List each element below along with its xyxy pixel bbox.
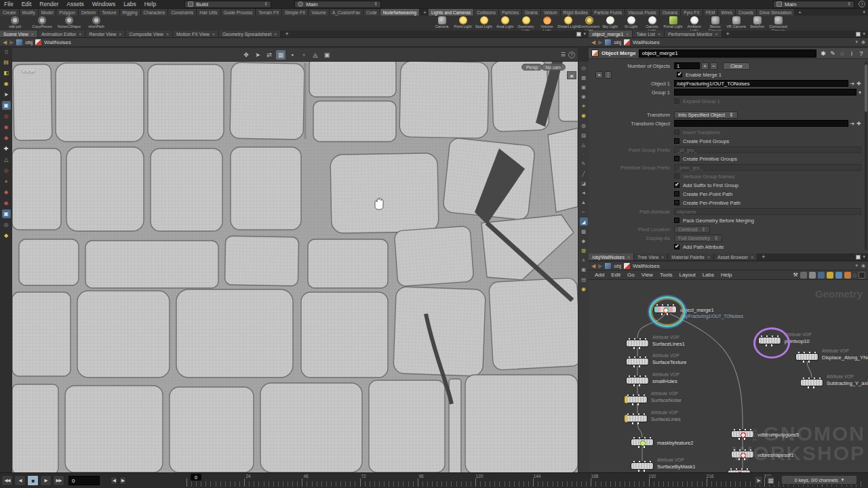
left-toolbar-icon[interactable]: ◆ — [2, 134, 11, 142]
left-toolbar-icon[interactable]: △ — [2, 155, 11, 164]
left-toolbar-icon[interactable]: ◧ — [2, 68, 11, 77]
multiparm-menu-button[interactable]: ⋮ — [604, 71, 612, 79]
close-icon[interactable]: × — [715, 32, 717, 37]
shelf-tab[interactable]: Particle Fluids — [591, 9, 625, 16]
viewport-tool-icon[interactable]: ⇄ — [264, 50, 274, 60]
close-icon[interactable]: × — [166, 32, 169, 37]
add-pane-tab[interactable]: + — [757, 253, 769, 260]
palette-icon[interactable] — [809, 272, 816, 279]
left-toolbar-icon[interactable]: ▣ — [2, 209, 11, 218]
network-node[interactable]: maskbyfeature2 — [631, 439, 654, 446]
pane-tab[interactable]: Animation Editor × — [38, 30, 85, 37]
viewport-option-icon[interactable]: ▩ — [580, 227, 588, 235]
wrench-icon[interactable]: ⚒ — [793, 272, 797, 278]
network-node[interactable]: Attribute VOP SurfaceLines1 — [626, 340, 649, 347]
shelf-tab[interactable]: Characters — [141, 9, 169, 16]
node-outputs[interactable] — [632, 422, 642, 424]
current-frame-field[interactable]: 0 — [68, 476, 100, 485]
help-icon[interactable]: ? — [859, 1, 865, 7]
node-inputs[interactable] — [629, 338, 647, 340]
viewport-option-icon[interactable]: ▣ — [580, 83, 588, 91]
grid-snap-icon[interactable] — [818, 272, 825, 279]
chevron-down-icon[interactable]: ▾ — [855, 39, 858, 45]
maximize-icon[interactable] — [576, 32, 581, 37]
left-toolbar-icon[interactable]: ● — [2, 177, 11, 186]
network-node[interactable]: Attribute VOP SurfaceByMask1 — [631, 462, 654, 470]
left-toolbar-icon[interactable]: ◉ — [2, 123, 11, 131]
display-options-icon[interactable]: ☰ — [561, 52, 566, 58]
pin-icon[interactable]: ◉ — [861, 39, 865, 45]
shelf-tab[interactable]: Simple FX — [282, 9, 309, 16]
viewport-tool-icon[interactable]: ✥ — [241, 50, 251, 60]
verbose-group-names-checkbox[interactable] — [674, 174, 679, 179]
left-toolbar-icon[interactable]: ◆ — [2, 188, 11, 197]
camera-pill[interactable]: No cam — [541, 64, 566, 70]
transport-button[interactable]: ▶ — [40, 475, 52, 486]
left-toolbar-icon[interactable]: ✚ — [2, 144, 11, 153]
viewport-option-icon[interactable]: ◉ — [580, 285, 588, 293]
back-icon[interactable]: ◀ — [591, 263, 595, 269]
shelf-tool[interactable]: CopyPieces — [30, 16, 54, 29]
number-of-objects-field[interactable]: 1 — [674, 62, 700, 69]
viewport-tool-icon[interactable]: ▪ — [288, 50, 297, 60]
shelf-tab[interactable]: A_CustomFav — [330, 9, 363, 16]
shelf-tab[interactable]: Polygon — [56, 9, 79, 16]
shelf-tab[interactable]: Crowds — [736, 9, 757, 16]
shelf-tab[interactable]: Collisions — [474, 9, 499, 16]
node-outputs[interactable] — [661, 313, 671, 315]
node-inputs[interactable] — [633, 461, 652, 463]
invert-transform-checkbox[interactable] — [674, 129, 679, 135]
playhead-marker[interactable]: 0 — [191, 474, 201, 481]
node-outputs[interactable] — [638, 470, 648, 472]
viewport-option-icon[interactable]: ▤ — [580, 275, 588, 283]
shelf-tab[interactable]: Create — [0, 9, 20, 16]
node-outputs[interactable] — [633, 384, 643, 386]
node-outputs[interactable] — [633, 347, 643, 349]
per-point-path-checkbox[interactable] — [674, 191, 679, 197]
shelf-tool[interactable]: NoiseCShape — [57, 16, 81, 29]
display-as-dropdown[interactable]: Full Geometry ⇕ — [674, 235, 722, 242]
pane-tab[interactable]: Composite View × — [125, 30, 173, 37]
close-icon[interactable]: × — [626, 32, 629, 37]
pane-controls[interactable]: ▾ — [853, 30, 868, 37]
scrollbar[interactable] — [865, 62, 867, 250]
shelf-tab[interactable]: Texture — [99, 9, 119, 16]
menu-item[interactable]: Help — [140, 0, 160, 9]
viewport-option-icon[interactable]: ▣ — [580, 266, 588, 274]
viewport-tool-icon[interactable]: ▫ — [299, 50, 309, 60]
node-list-icon[interactable] — [800, 272, 807, 279]
close-icon[interactable]: × — [212, 32, 215, 37]
node-inputs[interactable] — [656, 304, 675, 306]
viewport-option-icon[interactable]: ▲ — [580, 199, 588, 207]
pin-icon[interactable]: ◉ — [861, 263, 865, 268]
pane-tab[interactable]: Scene View × — [0, 30, 38, 37]
menu-item[interactable]: Assets — [62, 0, 88, 9]
maximize-icon[interactable] — [856, 255, 861, 260]
viewport-option-icon[interactable]: ☀ — [580, 102, 588, 110]
per-primitive-path-checkbox[interactable] — [674, 200, 679, 205]
shelf-tab[interactable]: Volume — [309, 9, 330, 16]
group1-field[interactable] — [674, 89, 856, 96]
back-icon[interactable]: ◀ — [3, 39, 7, 45]
close-icon[interactable]: × — [707, 255, 710, 260]
network-node[interactable]: Attribute VOP SurfaceNoise — [625, 396, 648, 403]
network-node[interactable]: Attribute VOP Displace_Along_YNormal — [795, 353, 818, 361]
pack-geometry-checkbox[interactable] — [674, 218, 679, 223]
camera-lock-icon[interactable]: ▣ — [567, 71, 576, 79]
network-node[interactable]: object_merge1 /obj/Fracturing1/OUT_TONoi… — [654, 306, 677, 313]
color-palette-icon[interactable] — [835, 272, 842, 279]
pane-tab[interactable]: Take List × — [633, 30, 665, 37]
multiparm-delete-button[interactable]: × — [595, 71, 603, 79]
left-toolbar-icon[interactable]: ➤ — [2, 90, 11, 99]
shelf-tab[interactable]: Drive Simulation — [757, 9, 795, 16]
shelf-tab[interactable]: Hair Utils — [197, 9, 220, 16]
network-node[interactable]: Attribute VOP pointvop10 — [758, 337, 781, 344]
menu-item[interactable]: Windows — [88, 0, 119, 9]
node-outputs[interactable] — [633, 365, 643, 367]
search-icon[interactable]: ◌ — [853, 272, 856, 279]
pane-tab[interactable]: /obj/WallNoises × — [589, 253, 634, 260]
shelf-tab[interactable]: Viscous Fluids — [625, 9, 660, 16]
shelf-tab[interactable]: Wires — [718, 9, 736, 16]
shelf-tab[interactable]: Constraints — [168, 9, 197, 16]
network-menu-item[interactable]: Go — [624, 272, 638, 278]
